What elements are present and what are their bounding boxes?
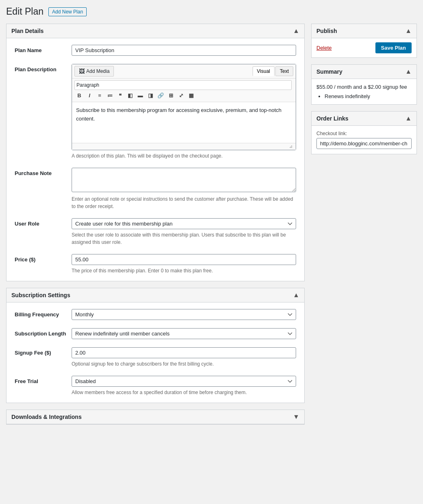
- bold-button[interactable]: B: [74, 90, 84, 100]
- user-role-help: Select the user role to associate with t…: [72, 231, 296, 246]
- billing-frequency-select[interactable]: Monthly: [72, 309, 296, 320]
- delete-link[interactable]: Delete: [316, 45, 332, 51]
- free-trial-help: Allow members free access for a specifie…: [72, 389, 296, 396]
- add-media-button[interactable]: 🖼 Add Media: [74, 66, 114, 77]
- plan-details-panel: Plan Details ▲ Plan Name Plan Descriptio…: [6, 24, 305, 281]
- user-role-select[interactable]: Create user role for this membership pla…: [72, 218, 296, 229]
- signup-fee-help: Optional signup fee to charge subscriber…: [72, 360, 296, 368]
- publish-chevron-icon: ▲: [405, 27, 412, 35]
- checkout-label: Checkout link:: [316, 131, 412, 136]
- align-center-button[interactable]: ▬: [135, 90, 145, 100]
- publish-panel: Publish ▲ Delete Save Plan: [311, 24, 417, 58]
- downloads-integrations-header[interactable]: Downloads & Integrations ▼: [7, 410, 304, 424]
- purchase-note-label: Purchase Note: [15, 168, 72, 176]
- downloads-integrations-title: Downloads & Integrations: [11, 414, 82, 420]
- publish-title: Publish: [316, 28, 337, 34]
- editor-content-area[interactable]: Subscribe to this membership program for…: [72, 102, 296, 143]
- blockquote-button[interactable]: ❝: [115, 90, 125, 100]
- unordered-list-button[interactable]: ≡: [95, 90, 105, 100]
- summary-price-text: $55.00 / month and a $2.00 signup fee: [316, 84, 412, 90]
- plan-details-title: Plan Details: [11, 28, 44, 34]
- order-links-title: Order Links: [316, 115, 349, 122]
- add-new-plan-button[interactable]: Add New Plan: [48, 7, 87, 16]
- table-button[interactable]: ⊞: [166, 90, 176, 100]
- purchase-note-textarea[interactable]: [72, 168, 296, 192]
- link-button[interactable]: 🔗: [156, 90, 166, 100]
- billing-frequency-label: Billing Frequency: [15, 309, 72, 318]
- paragraph-select[interactable]: Paragraph: [74, 80, 292, 90]
- price-label: Price ($): [15, 254, 72, 263]
- summary-panel: Summary ▲ $55.00 / month and a $2.00 sig…: [311, 64, 417, 105]
- editor-resize-handle[interactable]: ⊿: [289, 144, 294, 149]
- fullscreen-button[interactable]: ⤢: [176, 90, 186, 100]
- visual-tab[interactable]: Visual: [253, 66, 275, 76]
- order-links-panel: Order Links ▲ Checkout link:: [311, 111, 417, 154]
- summary-list: Renews indefinitely: [316, 93, 412, 99]
- downloads-integrations-panel: Downloads & Integrations ▼: [6, 410, 305, 425]
- summary-renew-item: Renews indefinitely: [325, 93, 412, 99]
- subscription-settings-header[interactable]: Subscription Settings ▲: [7, 288, 304, 302]
- plan-description-label: Plan Description: [15, 64, 72, 72]
- align-right-button[interactable]: ◨: [146, 90, 155, 100]
- publish-header[interactable]: Publish ▲: [312, 24, 416, 38]
- save-plan-button[interactable]: Save Plan: [375, 42, 412, 53]
- text-tab[interactable]: Text: [275, 66, 293, 76]
- price-help: The price of this membership plan. Enter…: [72, 267, 296, 274]
- italic-button[interactable]: I: [85, 90, 94, 100]
- publish-actions: Delete Save Plan: [312, 38, 416, 57]
- signup-fee-label: Signup Fee ($): [15, 347, 72, 356]
- align-left-button[interactable]: ◧: [125, 90, 135, 100]
- order-links-body: Checkout link:: [312, 126, 416, 154]
- plan-description-editor: 🖼 Add Media Visual Text: [72, 64, 296, 150]
- purchase-note-help: Enter an optional note or special instru…: [72, 195, 296, 210]
- summary-header[interactable]: Summary ▲: [312, 65, 416, 79]
- plan-name-label: Plan Name: [15, 45, 72, 53]
- plan-name-input[interactable]: [72, 45, 296, 56]
- grid-button[interactable]: ▦: [186, 90, 196, 100]
- price-input[interactable]: [72, 254, 296, 265]
- summary-chevron-icon: ▲: [405, 68, 412, 75]
- ordered-list-button[interactable]: ≔: [105, 90, 115, 100]
- order-links-chevron-icon: ▲: [405, 115, 412, 122]
- free-trial-select[interactable]: Disabled: [72, 376, 296, 387]
- plan-details-chevron-icon: ▲: [293, 27, 299, 35]
- signup-fee-input[interactable]: [72, 347, 296, 358]
- downloads-integrations-chevron-icon: ▼: [293, 413, 299, 421]
- description-help-text: A description of this plan. This will be…: [72, 152, 296, 160]
- subscription-settings-title: Subscription Settings: [11, 292, 70, 298]
- user-role-label: User Role: [15, 218, 72, 227]
- free-trial-label: Free Trial: [15, 376, 72, 384]
- add-media-icon: 🖼: [79, 68, 85, 75]
- subscription-settings-panel: Subscription Settings ▲ Billing Frequenc…: [6, 288, 305, 403]
- summary-title: Summary: [316, 68, 342, 75]
- plan-details-header[interactable]: Plan Details ▲: [7, 24, 304, 38]
- page-title: Edit Plan: [6, 6, 44, 17]
- order-links-header[interactable]: Order Links ▲: [312, 112, 416, 126]
- subscription-settings-chevron-icon: ▲: [293, 291, 299, 299]
- subscription-length-select[interactable]: Renew indefinitely until member cancels: [72, 328, 296, 339]
- subscription-length-label: Subscription Length: [15, 328, 72, 337]
- checkout-url-input[interactable]: [316, 138, 412, 149]
